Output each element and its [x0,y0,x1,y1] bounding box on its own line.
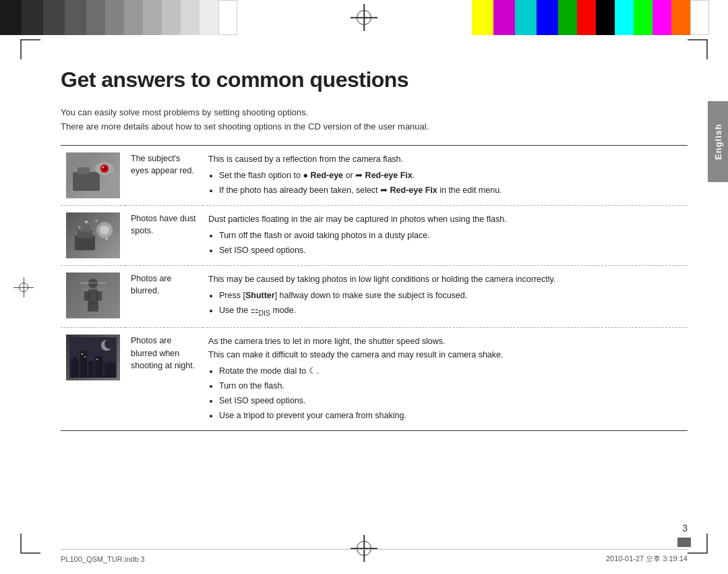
bullet-item: Set ISO speed options. [219,243,682,257]
swatch-black2 [596,0,615,35]
svg-rect-8 [80,225,90,231]
problem-label: Photos have dust spots. [125,205,203,265]
footer-right: 2010-01-27 오후 3:19:14 [606,554,688,564]
swatch-gs2 [22,0,43,35]
intro-text: You can easily solve most problems by se… [61,106,688,134]
dust-svg [69,215,117,256]
dust-image [66,212,120,258]
bullet-item: Set ISO speed options. [219,394,682,407]
swatch-white2 [690,0,709,35]
problem-image-cell [61,145,125,205]
swatch-red [577,0,596,35]
swatch-green [558,0,577,35]
svg-point-25 [104,339,114,349]
svg-rect-26 [71,359,79,378]
swatch-lime [634,0,653,35]
solution-bullets: Set the flash option to ● Red-eye or ➦ R… [208,169,682,197]
page-number: 3 [682,523,688,534]
swatch-gs4 [65,0,86,35]
svg-point-12 [96,219,98,221]
swatch-orange [671,0,690,35]
svg-rect-34 [96,359,98,360]
svg-point-14 [105,237,108,240]
night-image [66,335,120,380]
top-crosshair-area [256,0,472,35]
swatch-fuchsia [653,0,671,35]
bullet-item: Set the flash option to ● Red-eye or ➦ R… [219,169,682,182]
corner-mark-tl [20,39,40,59]
solution-bullets: Rotate the mode dial to ☾. Turn on the f… [208,364,682,422]
solution-bullets: Turn off the flash or avoid taking photo… [208,229,682,257]
redeye-svg [69,155,117,196]
svg-rect-19 [88,302,93,312]
problem-label: Photos are blurred. [125,265,203,327]
table-row: Photos are blurred when shooting at nigh… [61,327,688,430]
swatch-blue [537,0,558,35]
svg-point-11 [85,221,88,223]
bullet-item: Press [Shutter] halfway down to make sur… [219,289,682,302]
troubleshooting-table: The subject's eyes appear red. This is c… [61,145,688,431]
language-tab: English [708,101,728,182]
svg-rect-33 [84,356,86,357]
swatch-gs3 [43,0,65,35]
svg-rect-20 [93,302,98,312]
svg-rect-28 [80,351,87,378]
swatch-magenta [493,0,515,35]
solution-bullets: Press [Shutter] halfway down to make sur… [208,289,682,319]
corner-mark-tr [688,39,708,59]
corner-mark-bl [20,534,40,554]
svg-rect-17 [84,291,90,301]
blurred-image [66,272,120,318]
swatch-gs8 [143,0,162,35]
crosshair-circle [357,10,371,25]
swatch-gs11 [200,0,218,35]
side-crosshair-left [13,277,34,297]
problem-image-cell [61,327,125,430]
top-crosshair [351,4,377,31]
table-row: Photos are blurred. This may be caused b… [61,265,688,327]
svg-rect-29 [88,361,94,378]
swatch-white [218,0,237,35]
blurred-svg [69,275,117,316]
solution-cell: This may be caused by taking photos in l… [203,265,688,327]
problem-label: Photos are blurred when shooting at nigh… [125,327,203,430]
footer: PL100_QSM_TUR.indb 3 2010-01-27 오후 3:19:… [61,549,688,564]
bullet-item: Turn on the flash. [219,379,682,393]
swatch-black [0,0,22,35]
swatch-cyan [515,0,537,35]
intro-line2: There are more details about how to set … [61,121,429,132]
table-row: The subject's eyes appear red. This is c… [61,145,688,205]
redeye-image [66,152,120,198]
color-strip [472,0,728,35]
problem-image-cell [61,205,125,265]
footer-left: PL100_QSM_TUR.indb 3 [61,555,145,563]
swatch-gs7 [124,0,143,35]
svg-rect-27 [73,356,76,359]
svg-rect-30 [95,356,103,378]
night-svg [69,337,117,378]
swatch-cyan2 [615,0,634,35]
swatch-gs5 [86,0,105,35]
main-content: Get answers to common questions You can … [61,67,688,534]
svg-point-5 [102,166,104,168]
page-title: Get answers to common questions [61,67,688,92]
intro-line1: You can easily solve most problems by se… [61,107,308,117]
svg-rect-21 [80,282,107,284]
svg-rect-1 [78,167,90,174]
swatch-gs9 [162,0,181,35]
svg-point-13 [79,226,81,228]
bullet-item: Rotate the mode dial to ☾. [219,364,682,378]
solution-cell: This is caused by a reflection from the … [203,145,688,205]
svg-rect-22 [82,289,105,290]
svg-rect-16 [88,289,98,304]
svg-point-10 [100,225,109,235]
bullet-item: Use a tripod to prevent your camera from… [219,409,682,422]
table-row: Photos have dust spots. Dust particles f… [61,205,688,265]
bullet-item: Turn off the flash or avoid taking photo… [219,229,682,242]
problem-image-cell [61,265,125,327]
svg-rect-18 [96,291,102,301]
solution-cell: Dust particles floating in the air may b… [203,205,688,265]
svg-rect-31 [104,363,115,378]
problem-label: The subject's eyes appear red. [125,145,203,205]
bullet-item: Use the ⚏DIS mode. [219,304,682,319]
